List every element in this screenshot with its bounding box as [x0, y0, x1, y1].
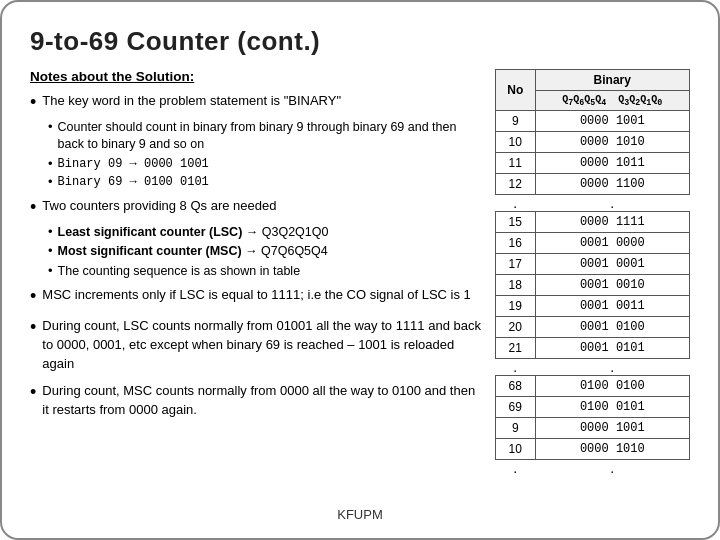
row-no: 9	[496, 418, 536, 439]
row-binary: 0000 1010	[535, 439, 689, 460]
row-binary: 0100 0101	[535, 397, 689, 418]
row-no: 11	[496, 153, 536, 174]
col-no-header: No	[496, 70, 536, 111]
row-binary: 0001 0101	[535, 338, 689, 359]
sub-text-1-3: Binary 69 → 0100 0101	[58, 174, 209, 191]
sub-text-2-2: Most significant counter (MSC) → Q7Q6Q5Q…	[58, 243, 328, 261]
row-binary: 0001 0100	[535, 317, 689, 338]
table-row: 120000 1100	[496, 174, 690, 195]
row-no: 15	[496, 212, 536, 233]
table-row: 210001 0101	[496, 338, 690, 359]
bullet-5: • During count, MSC counts normally from…	[30, 382, 483, 420]
sub-dot-2-1: •	[48, 224, 53, 239]
table-row: 190001 0011	[496, 296, 690, 317]
bullet-text-1: The key word in the problem statement is…	[42, 92, 341, 111]
bullet-1: • The key word in the problem statement …	[30, 92, 483, 193]
bullet-dot-5: •	[30, 382, 36, 404]
binary-table: No Binary Q7Q6Q5Q4 Q3Q2Q1Q0 90000 1001 1…	[495, 69, 690, 476]
sub-bullets-1: • Counter should count in binary from bi…	[48, 119, 483, 192]
row-binary: 0001 0000	[535, 233, 689, 254]
row-binary: 0100 0100	[535, 376, 689, 397]
row-dot: .	[535, 359, 689, 376]
bullet-text-2: Two counters providing 8 Qs are needed	[42, 197, 276, 216]
notes-header: Notes about the Solution:	[30, 69, 483, 84]
table-row: 90000 1001	[496, 111, 690, 132]
bullet-dot-4: •	[30, 317, 36, 339]
row-no: 12	[496, 174, 536, 195]
bullet-text-5: During count, MSC counts normally from 0…	[42, 382, 483, 420]
row-no: 20	[496, 317, 536, 338]
right-panel: No Binary Q7Q6Q5Q4 Q3Q2Q1Q0 90000 1001 1…	[495, 69, 690, 499]
table-row: 100000 1010	[496, 132, 690, 153]
bullet-dot-3: •	[30, 286, 36, 308]
row-dot: .	[535, 195, 689, 212]
row-binary: 0000 1001	[535, 111, 689, 132]
row-no: 21	[496, 338, 536, 359]
table-row: 150000 1111	[496, 212, 690, 233]
row-no: 9	[496, 111, 536, 132]
table-row-dots-1: ..	[496, 195, 690, 212]
row-dot: .	[535, 460, 689, 477]
row-no: 16	[496, 233, 536, 254]
bullet-dot-2: •	[30, 197, 36, 219]
bullet-dot-1: •	[30, 92, 36, 114]
row-binary: 0000 1111	[535, 212, 689, 233]
sub-dot-1-3: •	[48, 174, 53, 189]
bullet-4: • During count, LSC counts normally from…	[30, 317, 483, 374]
bullet-text-3: MSC increments only if LSC is equal to 1…	[42, 286, 470, 305]
table-row: 110000 1011	[496, 153, 690, 174]
table-row: 180001 0010	[496, 275, 690, 296]
sub-text-2-1: Least significant counter (LSC) → Q3Q2Q1…	[58, 224, 329, 242]
sub-dot-2-3: •	[48, 263, 53, 278]
row-no: 19	[496, 296, 536, 317]
table-row: 680100 0100	[496, 376, 690, 397]
sub-dot-2-2: •	[48, 243, 53, 258]
row-binary: 0001 0011	[535, 296, 689, 317]
row-dot: .	[496, 460, 536, 477]
bullet-text-4: During count, LSC counts normally from 0…	[42, 317, 483, 374]
sub-bullets-2: • Least significant counter (LSC) → Q3Q2…	[48, 224, 483, 281]
row-no: 17	[496, 254, 536, 275]
sub-text-2-3: The counting sequence is as shown in tab…	[58, 263, 301, 281]
row-binary: 0000 1010	[535, 132, 689, 153]
table-row-dots-3: ..	[496, 460, 690, 477]
row-binary: 0000 1100	[535, 174, 689, 195]
row-binary: 0000 1011	[535, 153, 689, 174]
table-row: 160001 0000	[496, 233, 690, 254]
row-no: 10	[496, 132, 536, 153]
sub-dot-1-1: •	[48, 119, 53, 134]
slide-title: 9-to-69 Counter (cont.)	[30, 26, 690, 57]
table-row: 170001 0001	[496, 254, 690, 275]
row-dot: .	[496, 359, 536, 376]
bullet-3: • MSC increments only if LSC is equal to…	[30, 286, 483, 308]
col-binary-header: Binary	[535, 70, 689, 91]
slide: 9-to-69 Counter (cont.) Notes about the …	[0, 0, 720, 540]
sub-text-1-1: Counter should count in binary from bina…	[58, 119, 483, 154]
bullet-2: • Two counters providing 8 Qs are needed…	[30, 197, 483, 282]
content-area: Notes about the Solution: • The key word…	[30, 69, 690, 499]
table-row: 90000 1001	[496, 418, 690, 439]
table-row: 100000 1010	[496, 439, 690, 460]
table-row: 690100 0101	[496, 397, 690, 418]
sub-text-1-2: Binary 09 → 0000 1001	[58, 156, 209, 173]
sub-dot-1-2: •	[48, 156, 53, 171]
row-binary: 0001 0010	[535, 275, 689, 296]
row-no: 68	[496, 376, 536, 397]
row-no: 69	[496, 397, 536, 418]
left-panel: Notes about the Solution: • The key word…	[30, 69, 483, 499]
table-row-dots-2: ..	[496, 359, 690, 376]
row-binary: 0000 1001	[535, 418, 689, 439]
footer: KFUPM	[30, 507, 690, 522]
row-dot: .	[496, 195, 536, 212]
row-no: 10	[496, 439, 536, 460]
col-binary-subheader: Q7Q6Q5Q4 Q3Q2Q1Q0	[535, 91, 689, 111]
row-binary: 0001 0001	[535, 254, 689, 275]
row-no: 18	[496, 275, 536, 296]
table-row: 200001 0100	[496, 317, 690, 338]
